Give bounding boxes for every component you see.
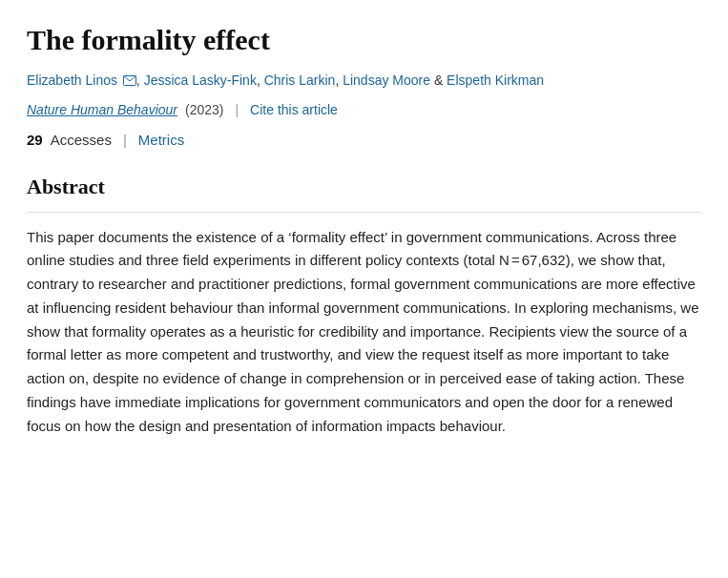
email-icon xyxy=(123,75,136,86)
article-title: The formality effect xyxy=(27,23,701,57)
abstract-section: Abstract This paper documents the existe… xyxy=(27,171,701,439)
metrics-separator: | xyxy=(123,130,127,152)
accesses-count: 29 xyxy=(27,130,43,152)
metrics-line: 29 Accesses | Metrics xyxy=(27,130,701,152)
accesses-label: Accesses xyxy=(51,130,112,152)
publication-year: (2023) xyxy=(185,100,223,120)
abstract-divider xyxy=(27,212,701,213)
authors-line: Elizabeth Linos , Jessica Lasky-Fink, Ch… xyxy=(27,71,701,91)
journal-link[interactable]: Nature Human Behaviour xyxy=(27,100,177,120)
ampersand: & xyxy=(434,72,447,88)
author-link-jessica[interactable]: Jessica Lasky-Fink xyxy=(144,72,257,88)
author-link-elizabeth[interactable]: Elizabeth Linos xyxy=(27,72,117,88)
abstract-text: This paper documents the existence of a … xyxy=(27,226,701,439)
author-link-lindsay[interactable]: Lindsay Moore xyxy=(343,72,430,88)
metrics-link[interactable]: Metrics xyxy=(138,130,184,152)
journal-line: Nature Human Behaviour (2023) | Cite thi… xyxy=(27,100,701,120)
abstract-title: Abstract xyxy=(27,171,701,202)
cite-this-article-link[interactable]: Cite this article xyxy=(250,100,338,120)
author-link-chris[interactable]: Chris Larkin xyxy=(264,72,336,88)
author-link-elspeth[interactable]: Elspeth Kirkman xyxy=(447,72,544,88)
line-separator-1: | xyxy=(235,100,239,120)
